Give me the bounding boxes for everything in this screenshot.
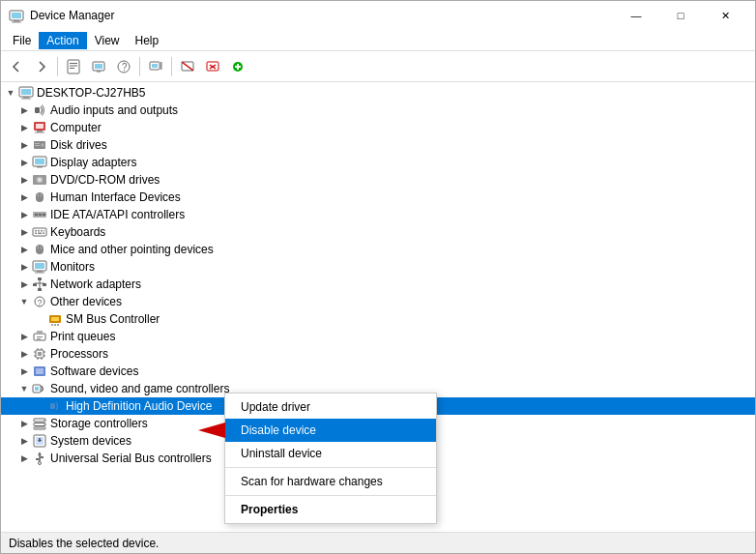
tree-item-audio[interactable]: ▶ Audio inputs and outputs: [1, 102, 755, 119]
expand-processor[interactable]: ▶: [16, 346, 32, 362]
window-controls: — □ ✕: [614, 1, 747, 30]
tree-item-keyboard[interactable]: ▶ Keyboards: [1, 223, 755, 241]
ide-label: IDE ATA/ATAPI controllers: [50, 208, 185, 221]
ide-icon: [32, 207, 47, 222]
expand-root[interactable]: ▼: [3, 85, 18, 101]
close-button[interactable]: ✕: [703, 1, 747, 30]
update-driver-toolbar-button[interactable]: [87, 55, 110, 78]
expand-storage[interactable]: ▶: [16, 416, 32, 431]
tree-item-disk[interactable]: ▶ Disk drives: [1, 136, 755, 154]
svg-rect-75: [51, 317, 59, 321]
svg-rect-25: [23, 97, 29, 99]
audio-icon: [32, 102, 47, 118]
tree-root[interactable]: ▼ DESKTOP-CJ27HB5: [1, 84, 755, 102]
expand-hid[interactable]: ▶: [16, 190, 32, 205]
svg-rect-82: [37, 338, 41, 339]
expand-mouse[interactable]: ▶: [16, 242, 32, 257]
expand-system[interactable]: ▶: [16, 433, 32, 449]
add-legacy-hardware-toolbar-button[interactable]: [226, 55, 249, 78]
tree-item-display[interactable]: ▶ Display adapters: [1, 154, 755, 171]
svg-rect-38: [37, 166, 43, 168]
print-label: Print queues: [50, 330, 115, 343]
menu-file[interactable]: File: [5, 32, 39, 49]
expand-monitor[interactable]: ▶: [16, 259, 32, 275]
expand-software[interactable]: ▶: [16, 364, 32, 379]
back-button[interactable]: [5, 55, 28, 78]
svg-point-102: [44, 423, 45, 425]
ctx-uninstall-device[interactable]: Uninstall device: [225, 442, 436, 465]
svg-rect-9: [95, 64, 102, 69]
svg-rect-64: [38, 277, 42, 280]
tree-item-ide[interactable]: ▶ IDE ATA/ATAPI controllers: [1, 206, 755, 223]
hid-label: Human Interface Devices: [50, 190, 181, 204]
ctx-properties[interactable]: Properties: [225, 498, 436, 521]
menu-bar: File Action View Help: [1, 30, 755, 51]
forward-button[interactable]: [30, 55, 53, 78]
uninstall-toolbar-button[interactable]: [201, 55, 224, 78]
expand-keyboard[interactable]: ▶: [16, 224, 32, 240]
ctx-scan-hardware[interactable]: Scan for hardware changes: [225, 470, 436, 493]
expand-sound[interactable]: ▼: [16, 381, 32, 396]
window-icon: [9, 8, 24, 23]
root-label: DESKTOP-CJ27HB5: [37, 86, 145, 100]
svg-point-78: [57, 324, 59, 326]
svg-rect-62: [37, 271, 43, 273]
tree-item-network[interactable]: ▶ Network adapters: [1, 276, 755, 293]
svg-rect-94: [36, 368, 44, 374]
expand-network[interactable]: ▶: [16, 277, 32, 292]
scan-hardware-toolbar-button[interactable]: [144, 55, 167, 78]
tree-item-smbus[interactable]: ▶ SM Bus Controller: [1, 310, 755, 328]
svg-rect-97: [50, 403, 55, 409]
tree-item-mouse[interactable]: ▶ Mice and other pointing devices: [1, 241, 755, 258]
expand-dvd[interactable]: ▶: [16, 172, 32, 188]
svg-rect-53: [44, 230, 44, 232]
ctx-update-driver[interactable]: Update driver: [225, 395, 436, 419]
svg-rect-52: [41, 230, 43, 232]
expand-disk[interactable]: ▶: [16, 137, 32, 153]
svg-line-16: [182, 62, 193, 71]
svg-rect-47: [39, 214, 42, 216]
expand-print[interactable]: ▶: [16, 329, 32, 344]
expand-display[interactable]: ▶: [16, 155, 32, 170]
svg-rect-54: [35, 233, 37, 235]
svg-rect-13: [152, 64, 158, 68]
svg-rect-29: [36, 124, 44, 129]
svg-point-76: [51, 324, 53, 326]
expand-audio[interactable]: ▶: [16, 102, 32, 118]
expand-other[interactable]: ▼: [16, 294, 32, 309]
tree-item-monitor[interactable]: ▶ Monitors: [1, 258, 755, 276]
svg-point-33: [41, 143, 44, 147]
expand-ide[interactable]: ▶: [16, 207, 32, 222]
display-icon: [32, 155, 47, 170]
menu-view[interactable]: View: [87, 32, 128, 49]
minimize-button[interactable]: —: [614, 1, 658, 30]
tree-item-computer[interactable]: ▶ Computer: [1, 119, 755, 136]
tree-item-hid[interactable]: ▶ Human Interface Devices: [1, 189, 755, 206]
disable-device-toolbar-button[interactable]: [176, 55, 199, 78]
smbus-label: SM Bus Controller: [66, 312, 160, 326]
menu-help[interactable]: Help: [128, 32, 167, 49]
expand-usb[interactable]: ▶: [16, 451, 32, 466]
menu-action[interactable]: Action: [39, 32, 86, 49]
svg-text:?: ?: [38, 298, 43, 307]
tree-item-other[interactable]: ▼ ? Other devices: [1, 293, 755, 310]
disk-label: Disk drives: [50, 138, 107, 152]
svg-rect-26: [21, 99, 31, 100]
svg-rect-49: [33, 228, 46, 236]
tree-item-print[interactable]: ▶ Print queues: [1, 328, 755, 345]
svg-rect-27: [35, 107, 40, 113]
processor-icon: [32, 346, 47, 362]
toolbar-sep-2: [139, 57, 140, 76]
ctx-disable-device[interactable]: Disable device: [225, 419, 436, 442]
expand-computer[interactable]: ▶: [16, 120, 32, 135]
tree-item-dvd[interactable]: ▶ DVD/CD-ROM drives: [1, 171, 755, 189]
display-label: Display adapters: [50, 156, 136, 169]
help-toolbar-button[interactable]: ?: [112, 55, 135, 78]
svg-rect-30: [37, 131, 43, 132]
storage-icon: [32, 416, 47, 431]
maximize-button[interactable]: □: [658, 1, 703, 30]
tree-item-software[interactable]: ▶ Software devices: [1, 363, 755, 380]
svg-rect-106: [39, 438, 41, 442]
properties-toolbar-button[interactable]: [62, 55, 85, 78]
tree-item-processor[interactable]: ▶ Processors: [1, 345, 755, 363]
